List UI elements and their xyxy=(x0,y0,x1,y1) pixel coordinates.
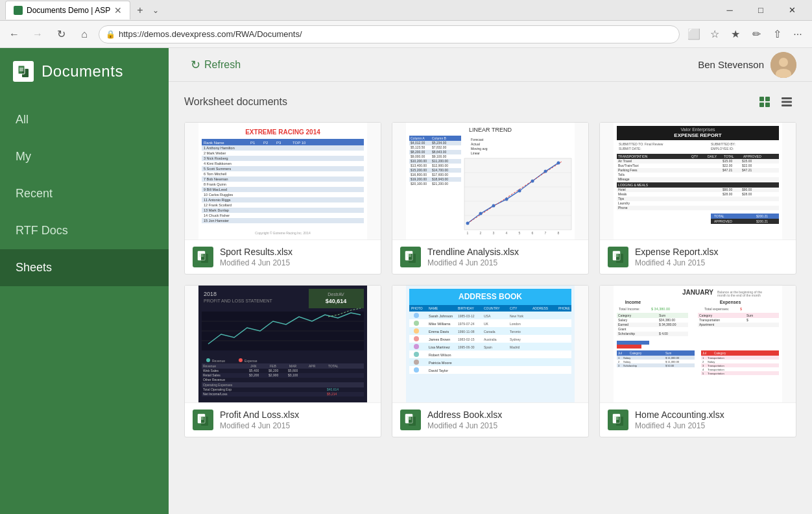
svg-text:TRANSPORTATION: TRANSPORTATION xyxy=(618,154,648,158)
minimize-button[interactable]: ─ xyxy=(715,0,745,21)
svg-text:Spain: Spain xyxy=(484,345,492,349)
svg-text:$200.21: $200.21 xyxy=(756,219,768,223)
forward-button[interactable]: → xyxy=(29,25,47,43)
svg-text:$ 11,000.00: $ 11,000.00 xyxy=(665,360,680,363)
more-button[interactable]: ··· xyxy=(789,25,807,43)
sidebar-item-sheets[interactable]: Sheets xyxy=(0,249,169,286)
sidebar-item-rtf[interactable]: RTF Docs xyxy=(0,212,169,249)
app-container: Documents All My Recent RTF Docs Sheets xyxy=(0,48,812,514)
svg-rect-14 xyxy=(782,101,792,103)
share-button[interactable]: ⇧ xyxy=(768,25,786,43)
tab-close-button[interactable]: ✕ xyxy=(114,5,122,16)
sidebar-item-recent[interactable]: Recent xyxy=(0,175,169,212)
svg-rect-218 xyxy=(202,378,364,382)
doc-card-expense[interactable]: Valor Enterprises EXPENSE REPORT SUBMITT… xyxy=(599,122,796,275)
file-details-sport-results: Sport Results.xlsx Modified 4 Jun 2015 xyxy=(220,247,293,267)
sidebar-item-my[interactable]: My xyxy=(0,138,169,175)
svg-text:NAME: NAME xyxy=(429,306,438,310)
svg-text:Moving avg: Moving avg xyxy=(471,147,488,151)
file-name-trendline: Trendline Analysis.xlsx xyxy=(427,247,519,257)
svg-rect-160 xyxy=(617,188,779,192)
back-button[interactable]: ← xyxy=(5,25,23,43)
doc-card-sport-results[interactable]: EXTREME RACING 2014 Rank Name P1 P2 P3 T… xyxy=(184,122,381,275)
svg-rect-12 xyxy=(765,103,770,107)
svg-point-282 xyxy=(414,367,419,373)
tab-favicon xyxy=(14,6,23,15)
tab-title: Documents Demo | ASP xyxy=(27,6,110,15)
svg-text:Phone: Phone xyxy=(618,206,628,210)
reader-view-button[interactable]: ⬜ xyxy=(685,25,703,43)
svg-text:$5,400: $5,400 xyxy=(249,369,259,373)
svg-text:LINEAR TREND: LINEAR TREND xyxy=(469,127,512,133)
svg-rect-201 xyxy=(202,363,364,369)
svg-text:EXPENSE REPORT: EXPENSE REPORT xyxy=(674,132,721,138)
refresh-button[interactable]: ↻ Refresh xyxy=(184,54,247,76)
card-info-sport-results: Sport Results.xlsx Modified 4 Jun 2015 xyxy=(185,239,381,274)
doc-card-profitloss[interactable]: 2018 PROFIT AND LOSS STATEMENT DestrAV $… xyxy=(184,285,381,437)
svg-rect-1 xyxy=(22,69,29,77)
main-content: ↻ Refresh Ben Stevenson Worksheet docume… xyxy=(169,48,812,514)
close-button[interactable]: ✕ xyxy=(777,0,807,21)
sidebar-item-all[interactable]: All xyxy=(0,101,169,138)
svg-text:Salary: Salary xyxy=(708,360,715,363)
svg-text:Revenue: Revenue xyxy=(212,359,225,363)
spreadsheet-icon-2 xyxy=(404,251,417,263)
svg-text:8  Frank Quinn: 8 Frank Quinn xyxy=(204,182,226,186)
doc-card-homeacc[interactable]: JANUARY Balance at the beginning of the … xyxy=(599,285,796,437)
svg-text:DAILY: DAILY xyxy=(708,154,717,158)
user-avatar xyxy=(770,52,796,78)
favorites-button[interactable]: ☆ xyxy=(706,25,724,43)
browser-toolbar: ← → ↻ ⌂ 🔒 https://demos.devexpress.com/R… xyxy=(0,21,812,48)
list-view-button[interactable] xyxy=(777,92,796,112)
window-controls: ─ □ ✕ xyxy=(715,0,807,21)
doc-card-trendline[interactable]: LINEAR TREND Column A Column B $4,012.00… xyxy=(392,122,589,275)
favorites-center-button[interactable]: ★ xyxy=(726,25,745,43)
svg-rect-303 xyxy=(617,318,688,323)
user-section: Ben Stevenson xyxy=(698,52,796,78)
svg-point-109 xyxy=(505,198,508,201)
svg-text:$ 11,000.00: $ 11,000.00 xyxy=(665,356,680,360)
svg-text:$2,900: $2,900 xyxy=(269,373,279,377)
home-button[interactable]: ⌂ xyxy=(75,25,93,43)
document-area: Worksheet documents xyxy=(169,82,812,514)
svg-point-197 xyxy=(206,358,210,362)
svg-text:TOP 10: TOP 10 xyxy=(293,141,306,145)
logo-svg xyxy=(16,64,30,79)
svg-text:7: 7 xyxy=(545,231,547,235)
svg-text:Category: Category xyxy=(630,352,642,355)
svg-text:Australia: Australia xyxy=(484,337,497,341)
grid-view-button[interactable] xyxy=(755,92,774,112)
svg-text:$19,200.00: $19,200.00 xyxy=(411,177,427,181)
svg-text:$18,943.00: $18,943.00 xyxy=(432,177,448,181)
address-bar[interactable]: 🔒 https://demos.devexpress.com/RWA/Docum… xyxy=(99,25,680,43)
svg-text:Total Income:: Total Income: xyxy=(619,307,640,311)
svg-text:Canada: Canada xyxy=(484,330,496,334)
notes-button[interactable]: ✏ xyxy=(747,25,765,43)
file-icon-profitloss xyxy=(193,410,213,430)
refresh-label: Refresh xyxy=(204,59,241,71)
svg-text:MAR: MAR xyxy=(289,364,297,368)
svg-text:Mileage: Mileage xyxy=(618,177,630,181)
svg-text:Parking Fees: Parking Fees xyxy=(618,168,638,172)
svg-text:ADDRESS: ADDRESS xyxy=(532,306,549,310)
reload-button[interactable]: ↻ xyxy=(52,25,70,43)
svg-text:Laundry: Laundry xyxy=(618,201,630,205)
maximize-button[interactable]: □ xyxy=(746,0,776,21)
svg-text:$ 34,380.00: $ 34,380.00 xyxy=(651,307,670,311)
avatar-svg xyxy=(770,52,796,78)
doc-card-address[interactable]: ADDRESS BOOK PHOTO NAME BIRTHDAY COUNTRY… xyxy=(392,285,589,437)
svg-text:Grant: Grant xyxy=(618,327,627,331)
svg-rect-9 xyxy=(759,97,764,101)
svg-text:Salary: Salary xyxy=(623,360,630,363)
svg-text:Transportation: Transportation xyxy=(708,356,724,360)
tab-chevron-icon[interactable]: ⌄ xyxy=(152,6,159,15)
svg-point-270 xyxy=(414,344,419,349)
svg-text:Expense: Expense xyxy=(245,359,257,363)
svg-text:1983-02-15: 1983-02-15 xyxy=(458,337,475,341)
new-tab-button[interactable]: + xyxy=(130,1,149,20)
browser-tab[interactable]: Documents Demo | ASP ✕ xyxy=(5,1,130,19)
svg-point-7 xyxy=(779,58,788,67)
svg-text:13 Mark Dunlap: 13 Mark Dunlap xyxy=(204,208,229,212)
file-name-address: Address Book.xlsx xyxy=(427,410,502,420)
svg-text:$200.21: $200.21 xyxy=(756,214,768,218)
